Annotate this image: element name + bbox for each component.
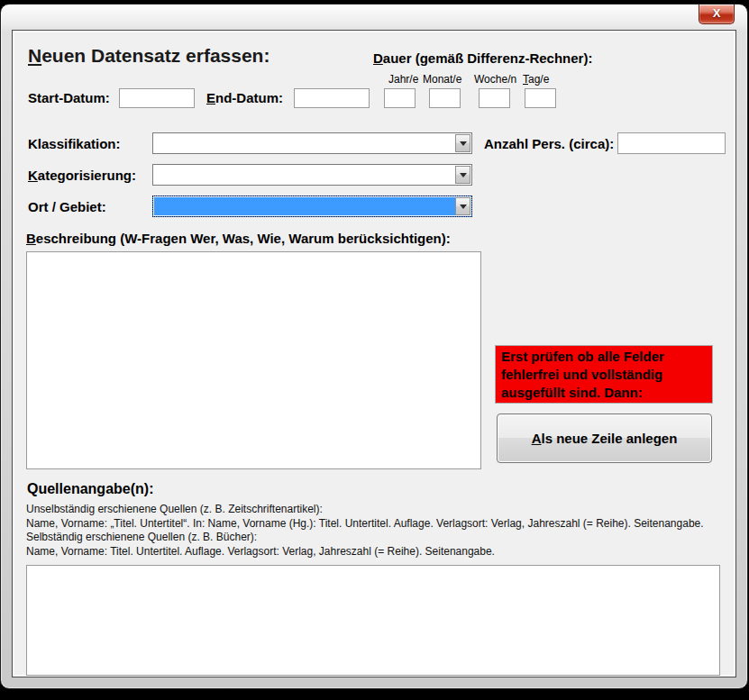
dialog-window: X Neuen Datensatz erfassen: Dauer (gemäß…	[0, 4, 748, 689]
hint-line: Name, Vorname: Titel. Untertitel. Auflag…	[26, 545, 729, 559]
klassifikation-label: Klassifikation:	[28, 136, 121, 151]
dauer-woche-input[interactable]	[479, 88, 510, 108]
chevron-down-icon	[460, 205, 467, 209]
dauer-unit-label-tag: Tag/e	[523, 73, 549, 86]
dauer-unit-label-jahr: Jahr/e	[388, 73, 418, 86]
beschreibung-label: Beschreibung (W-Fragen Wer, Was, Wie, Wa…	[26, 231, 451, 246]
dauer-jahr-input[interactable]	[384, 88, 416, 108]
anzahl-pers-input[interactable]	[617, 132, 726, 154]
kategorisierung-combobox[interactable]	[152, 164, 472, 186]
title-bar[interactable]	[1, 5, 747, 28]
anzahl-pers-label: Anzahl Pers. (circa):	[484, 136, 614, 151]
klassifikation-selected-value	[156, 136, 452, 150]
ort-gebiet-dropdown-button[interactable]	[455, 197, 470, 215]
beschreibung-textarea[interactable]	[26, 251, 481, 469]
dauer-tag-input[interactable]	[525, 88, 556, 108]
start-datum-label: Start-Datum:	[28, 90, 110, 105]
chevron-down-icon	[460, 141, 467, 146]
dauer-unit-label-monat: Monat/e	[423, 73, 461, 86]
kategorisierung-dropdown-button[interactable]	[455, 166, 470, 184]
add-row-button[interactable]: Als neue Zeile anlegen	[497, 414, 712, 463]
ort-gebiet-selected-value	[156, 199, 452, 214]
page-title: Neuen Datensatz erfassen:	[28, 45, 269, 67]
quellenangabe-heading: Quellenangabe(n):	[27, 481, 153, 497]
dialog-client-area: Neuen Datensatz erfassen: Dauer (gemäß D…	[12, 30, 736, 677]
hint-line: Selbständig erschienene Quellen (z. B. B…	[26, 531, 729, 545]
quellenangabe-textarea[interactable]	[26, 565, 720, 676]
dauer-unit-label-woche: Woche/n	[474, 73, 516, 86]
hint-line: Name, Vorname: „Titel. Untertitel“. In: …	[26, 517, 729, 532]
hint-line: Unselbständig erschienene Quellen (z. B.…	[26, 503, 729, 517]
start-datum-input[interactable]	[119, 88, 195, 108]
ort-gebiet-label: Ort / Gebiet:	[28, 199, 106, 214]
klassifikation-combobox[interactable]	[152, 132, 472, 154]
warning-box: Erst prüfen ob alle Felder fehlerfrei un…	[495, 345, 713, 404]
close-icon: X	[713, 6, 721, 20]
end-datum-label: End-Datum:	[206, 90, 283, 105]
dauer-label: Dauer (gemäß Differenz-Rechner):	[373, 50, 592, 66]
chevron-down-icon	[460, 173, 467, 177]
quellenangabe-hints: Unselbständig erschienene Quellen (z. B.…	[26, 503, 729, 559]
close-button[interactable]: X	[699, 5, 735, 24]
ort-gebiet-combobox[interactable]	[152, 195, 472, 217]
klassifikation-dropdown-button[interactable]	[455, 134, 470, 152]
kategorisierung-selected-value	[156, 168, 452, 182]
end-datum-input[interactable]	[294, 88, 370, 108]
dauer-monat-input[interactable]	[429, 88, 461, 108]
kategorisierung-label: Kategorisierung:	[28, 168, 136, 183]
